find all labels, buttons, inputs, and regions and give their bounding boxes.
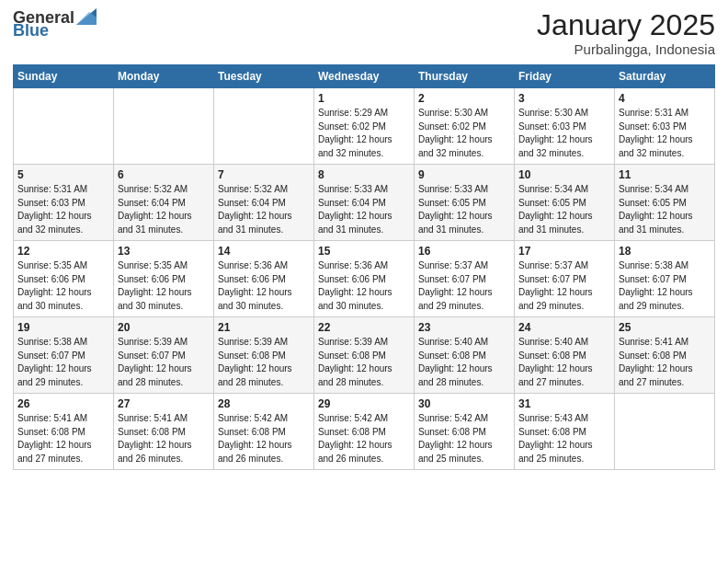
day-info: Sunrise: 5:39 AM Sunset: 6:07 PM Dayligh… [118,336,210,389]
table-row: 25Sunrise: 5:41 AM Sunset: 6:08 PM Dayli… [615,317,715,394]
title-block: January 2025 Purbalingga, Indonesia [537,9,715,57]
page: General Blue January 2025 Purbalingga, I… [0,0,728,563]
day-info: Sunrise: 5:32 AM Sunset: 6:04 PM Dayligh… [218,183,310,236]
table-row: 9Sunrise: 5:33 AM Sunset: 6:05 PM Daylig… [415,165,515,241]
table-row: 16Sunrise: 5:37 AM Sunset: 6:07 PM Dayli… [415,241,515,317]
day-info: Sunrise: 5:29 AM Sunset: 6:02 PM Dayligh… [318,107,410,160]
day-info: Sunrise: 5:35 AM Sunset: 6:06 PM Dayligh… [118,259,210,313]
table-row: 1Sunrise: 5:29 AM Sunset: 6:02 PM Daylig… [314,88,415,165]
table-row: 29Sunrise: 5:42 AM Sunset: 6:08 PM Dayli… [314,394,415,470]
calendar-week-row: 12Sunrise: 5:35 AM Sunset: 6:06 PM Dayli… [14,241,715,317]
day-number: 19 [17,321,109,334]
location-title: Purbalingga, Indonesia [537,41,715,57]
day-info: Sunrise: 5:41 AM Sunset: 6:08 PM Dayligh… [17,412,109,465]
day-number: 13 [118,245,210,258]
day-number: 27 [118,397,210,410]
day-info: Sunrise: 5:30 AM Sunset: 6:02 PM Dayligh… [418,107,510,160]
day-number: 8 [318,168,410,181]
table-row [615,394,715,470]
day-info: Sunrise: 5:42 AM Sunset: 6:08 PM Dayligh… [218,412,310,465]
table-row: 8Sunrise: 5:33 AM Sunset: 6:04 PM Daylig… [314,165,415,241]
day-number: 11 [619,168,711,181]
day-info: Sunrise: 5:34 AM Sunset: 6:05 PM Dayligh… [619,183,711,236]
table-row: 14Sunrise: 5:36 AM Sunset: 6:06 PM Dayli… [214,241,314,317]
day-info: Sunrise: 5:41 AM Sunset: 6:08 PM Dayligh… [619,336,711,389]
day-info: Sunrise: 5:39 AM Sunset: 6:08 PM Dayligh… [218,336,310,389]
day-number: 22 [318,321,410,334]
table-row: 27Sunrise: 5:41 AM Sunset: 6:08 PM Dayli… [114,394,214,470]
day-info: Sunrise: 5:42 AM Sunset: 6:08 PM Dayligh… [418,412,510,465]
table-row: 7Sunrise: 5:32 AM Sunset: 6:04 PM Daylig… [214,165,314,241]
table-row [214,88,314,165]
logo: General Blue [13,9,97,39]
day-info: Sunrise: 5:33 AM Sunset: 6:05 PM Dayligh… [418,183,510,236]
day-info: Sunrise: 5:40 AM Sunset: 6:08 PM Dayligh… [518,336,610,389]
day-number: 15 [318,245,410,258]
table-row: 15Sunrise: 5:36 AM Sunset: 6:06 PM Dayli… [314,241,415,317]
day-number: 7 [218,168,310,181]
day-info: Sunrise: 5:31 AM Sunset: 6:03 PM Dayligh… [17,183,109,236]
day-info: Sunrise: 5:40 AM Sunset: 6:08 PM Dayligh… [418,336,510,389]
day-number: 21 [218,321,310,334]
day-number: 6 [118,168,210,181]
calendar-week-row: 19Sunrise: 5:38 AM Sunset: 6:07 PM Dayli… [14,317,715,394]
day-info: Sunrise: 5:31 AM Sunset: 6:03 PM Dayligh… [619,107,711,160]
calendar-table: Sunday Monday Tuesday Wednesday Thursday… [13,64,715,470]
calendar-week-row: 5Sunrise: 5:31 AM Sunset: 6:03 PM Daylig… [14,165,715,241]
table-row: 31Sunrise: 5:43 AM Sunset: 6:08 PM Dayli… [515,394,615,470]
header-tuesday: Tuesday [214,65,314,88]
day-number: 26 [17,397,109,410]
day-info: Sunrise: 5:38 AM Sunset: 6:07 PM Dayligh… [619,259,711,313]
logo-text-blue: Blue [13,22,49,39]
table-row [114,88,214,165]
day-info: Sunrise: 5:39 AM Sunset: 6:08 PM Dayligh… [318,336,410,389]
header-friday: Friday [515,65,615,88]
header-saturday: Saturday [615,65,715,88]
day-info: Sunrise: 5:37 AM Sunset: 6:07 PM Dayligh… [418,259,510,313]
table-row: 18Sunrise: 5:38 AM Sunset: 6:07 PM Dayli… [615,241,715,317]
table-row: 24Sunrise: 5:40 AM Sunset: 6:08 PM Dayli… [515,317,615,394]
day-info: Sunrise: 5:37 AM Sunset: 6:07 PM Dayligh… [518,259,610,313]
table-row: 6Sunrise: 5:32 AM Sunset: 6:04 PM Daylig… [114,165,214,241]
day-number: 1 [318,92,410,105]
table-row: 3Sunrise: 5:30 AM Sunset: 6:03 PM Daylig… [515,88,615,165]
day-number: 9 [418,168,510,181]
table-row: 17Sunrise: 5:37 AM Sunset: 6:07 PM Dayli… [515,241,615,317]
day-number: 25 [619,321,711,334]
header-thursday: Thursday [415,65,515,88]
day-info: Sunrise: 5:36 AM Sunset: 6:06 PM Dayligh… [218,259,310,313]
day-info: Sunrise: 5:30 AM Sunset: 6:03 PM Dayligh… [518,107,610,160]
day-number: 4 [619,92,711,105]
table-row: 20Sunrise: 5:39 AM Sunset: 6:07 PM Dayli… [114,317,214,394]
header-sunday: Sunday [14,65,114,88]
day-number: 29 [318,397,410,410]
table-row [14,88,114,165]
table-row: 22Sunrise: 5:39 AM Sunset: 6:08 PM Dayli… [314,317,415,394]
table-row: 11Sunrise: 5:34 AM Sunset: 6:05 PM Dayli… [615,165,715,241]
day-number: 2 [418,92,510,105]
day-number: 18 [619,245,711,258]
day-number: 14 [218,245,310,258]
day-info: Sunrise: 5:43 AM Sunset: 6:08 PM Dayligh… [518,412,610,465]
table-row: 23Sunrise: 5:40 AM Sunset: 6:08 PM Dayli… [415,317,515,394]
month-title: January 2025 [537,9,715,41]
calendar-week-row: 26Sunrise: 5:41 AM Sunset: 6:08 PM Dayli… [14,394,715,470]
calendar-week-row: 1Sunrise: 5:29 AM Sunset: 6:02 PM Daylig… [14,88,715,165]
header-monday: Monday [114,65,214,88]
table-row: 12Sunrise: 5:35 AM Sunset: 6:06 PM Dayli… [14,241,114,317]
day-info: Sunrise: 5:41 AM Sunset: 6:08 PM Dayligh… [118,412,210,465]
day-number: 10 [518,168,610,181]
day-number: 16 [418,245,510,258]
table-row: 26Sunrise: 5:41 AM Sunset: 6:08 PM Dayli… [14,394,114,470]
day-number: 23 [418,321,510,334]
day-info: Sunrise: 5:33 AM Sunset: 6:04 PM Dayligh… [318,183,410,236]
day-number: 24 [518,321,610,334]
day-info: Sunrise: 5:35 AM Sunset: 6:06 PM Dayligh… [17,259,109,313]
header-wednesday: Wednesday [314,65,415,88]
table-row: 21Sunrise: 5:39 AM Sunset: 6:08 PM Dayli… [214,317,314,394]
day-number: 5 [17,168,109,181]
table-row: 10Sunrise: 5:34 AM Sunset: 6:05 PM Dayli… [515,165,615,241]
day-info: Sunrise: 5:38 AM Sunset: 6:07 PM Dayligh… [17,336,109,389]
day-number: 3 [518,92,610,105]
day-number: 28 [218,397,310,410]
